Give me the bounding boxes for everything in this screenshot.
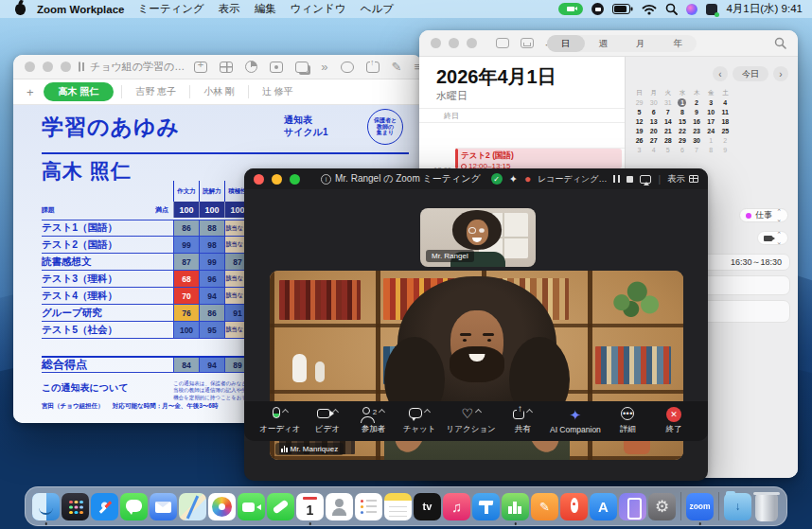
dock-zoom-icon[interactable]: zoom	[686, 493, 714, 520]
calendar-view-icon[interactable]	[496, 38, 509, 48]
control-center-icon[interactable]	[706, 4, 717, 15]
mini-cal-day[interactable]: 4	[718, 97, 733, 107]
mini-cal-day[interactable]: 17	[704, 116, 718, 126]
share-icon[interactable]	[366, 62, 380, 73]
dock-calendar-icon[interactable]: 1	[296, 493, 324, 520]
dock-photos-icon[interactable]	[208, 493, 236, 520]
mini-cal-day[interactable]: 6	[675, 145, 689, 154]
shapes-icon[interactable]	[295, 62, 309, 73]
minimize-button[interactable]	[43, 62, 53, 72]
view-month[interactable]: 月	[622, 35, 660, 52]
mini-cal-day[interactable]: 5	[632, 107, 646, 116]
battery-icon[interactable]	[612, 4, 633, 14]
zoom-toolbar-chat[interactable]: チャット	[400, 407, 438, 435]
mini-cal-day[interactable]: 2	[690, 97, 704, 107]
mini-cal-day[interactable]: 2	[718, 135, 733, 145]
mini-cal-day[interactable]: 7	[690, 145, 704, 154]
participant-thumbnail[interactable]: Mr. Rangel	[420, 208, 536, 267]
mini-cal-day[interactable]: 28	[661, 135, 675, 145]
mini-cal-day[interactable]: 14	[661, 116, 675, 126]
inbox-tray-icon[interactable]	[521, 38, 534, 48]
mini-cal-day[interactable]: 4	[646, 145, 661, 154]
active-app-name[interactable]: Zoom Workplace	[37, 4, 124, 15]
table-icon[interactable]	[220, 62, 233, 73]
menu-item-2[interactable]: 編集	[255, 2, 276, 16]
format-brush-icon[interactable]: ✎	[392, 61, 402, 73]
mini-cal-day[interactable]: 19	[632, 126, 646, 135]
dock-appstore-icon[interactable]: A	[590, 493, 617, 520]
zoom-toolbar-share[interactable]: 共有	[503, 407, 541, 435]
mini-cal-day[interactable]: 10	[704, 107, 718, 116]
dock-contacts-icon[interactable]	[326, 493, 353, 520]
caret-up-icon[interactable]	[379, 409, 385, 415]
dock-rocket-icon[interactable]	[560, 493, 588, 520]
ai-sparkle-icon[interactable]: ✦	[509, 173, 518, 185]
dock-maps-icon[interactable]	[179, 493, 206, 520]
mini-cal-day[interactable]: 9	[718, 145, 733, 154]
mini-cal-day[interactable]: 1	[704, 135, 718, 145]
today-button[interactable]: 今日	[733, 66, 768, 81]
close-button[interactable]	[254, 174, 264, 185]
view-week[interactable]: 週	[585, 35, 623, 52]
dock-notes-icon[interactable]	[384, 493, 412, 520]
mini-cal-day[interactable]: 15	[675, 116, 689, 126]
dock-reminders-icon[interactable]	[355, 493, 382, 520]
view-year[interactable]: 年	[660, 35, 697, 52]
zoom-toolbar-more[interactable]: •••詳細	[609, 407, 646, 435]
sheet-tab-2[interactable]: 小林 剛	[189, 85, 248, 98]
calendar-select[interactable]: 仕事 ⌃⌄	[739, 208, 788, 222]
close-button[interactable]	[431, 38, 441, 48]
view-button[interactable]: 表示	[667, 173, 698, 185]
mini-cal-day[interactable]: 29	[632, 97, 646, 107]
mini-cal-day[interactable]: 16	[690, 116, 704, 126]
sheet-tab-3[interactable]: 辻 修平	[248, 85, 307, 98]
sheet-tab-0[interactable]: 高木 照仁	[44, 82, 115, 101]
zoom-menubar-icon[interactable]	[591, 3, 604, 15]
dock-numbers-icon[interactable]	[502, 493, 529, 520]
close-button[interactable]	[25, 62, 35, 72]
mini-cal-day[interactable]: 7	[661, 107, 675, 116]
menu-item-4[interactable]: ヘルプ	[361, 2, 394, 16]
minimize-button[interactable]	[272, 174, 282, 185]
security-shield-icon[interactable]: ✓	[491, 173, 503, 185]
mini-cal-day[interactable]: 25	[718, 126, 733, 135]
dock-keynote-icon[interactable]	[472, 493, 500, 520]
zoom-button[interactable]	[467, 38, 477, 48]
menu-item-0[interactable]: ミーティング	[137, 2, 203, 16]
menu-item-1[interactable]: 表示	[219, 2, 240, 16]
dock-messages-icon[interactable]	[120, 493, 148, 520]
mini-cal-day[interactable]: 18	[718, 116, 733, 126]
chart-icon[interactable]	[245, 61, 257, 73]
dock-mail-icon[interactable]	[150, 493, 177, 520]
stop-recording-icon[interactable]	[627, 176, 633, 183]
mini-cal-day[interactable]: 29	[675, 135, 689, 145]
sheet-tab-1[interactable]: 吉野 恵子	[121, 85, 189, 98]
mini-cal-day[interactable]: 11	[718, 107, 733, 116]
mini-cal-day[interactable]: 13	[646, 116, 661, 126]
mini-cal-day[interactable]: 21	[661, 126, 675, 135]
caret-up-icon[interactable]	[526, 409, 533, 415]
dock-finder-icon[interactable]	[32, 493, 60, 520]
dock-mirroring-icon[interactable]	[619, 493, 646, 520]
dock-downloads-icon[interactable]: ↓	[724, 493, 751, 520]
mini-cal-day[interactable]: 23	[690, 126, 704, 135]
camera-active-icon[interactable]	[558, 3, 583, 15]
media-icon[interactable]	[270, 62, 283, 73]
dock-tv-icon[interactable]: tv	[414, 493, 441, 520]
video-call-select[interactable]: ⌃⌄	[757, 231, 788, 245]
wifi-icon[interactable]	[642, 4, 657, 15]
zoom-toolbar-heart[interactable]: ♡リアクション	[447, 407, 496, 435]
caret-up-icon[interactable]	[475, 409, 482, 415]
caret-up-icon[interactable]	[282, 409, 289, 415]
next-day-button[interactable]: ›	[773, 66, 788, 81]
mini-cal-day[interactable]: 3	[704, 97, 718, 107]
mini-cal-day[interactable]: 8	[675, 107, 689, 116]
menu-item-3[interactable]: ウィンドウ	[291, 2, 346, 16]
dock-settings-icon[interactable]: ⚙	[648, 493, 676, 520]
zoom-toolbar-end[interactable]: ✕終了	[655, 407, 693, 435]
event-test2[interactable]: テスト2 (国語) 12:00–13:15	[455, 149, 622, 168]
dock-facetime-icon[interactable]	[238, 493, 265, 520]
zoom-toolbar-mic[interactable]: オーディオ	[259, 407, 300, 435]
mini-cal-day[interactable]: 24	[704, 126, 718, 135]
comment-icon[interactable]	[341, 62, 354, 73]
